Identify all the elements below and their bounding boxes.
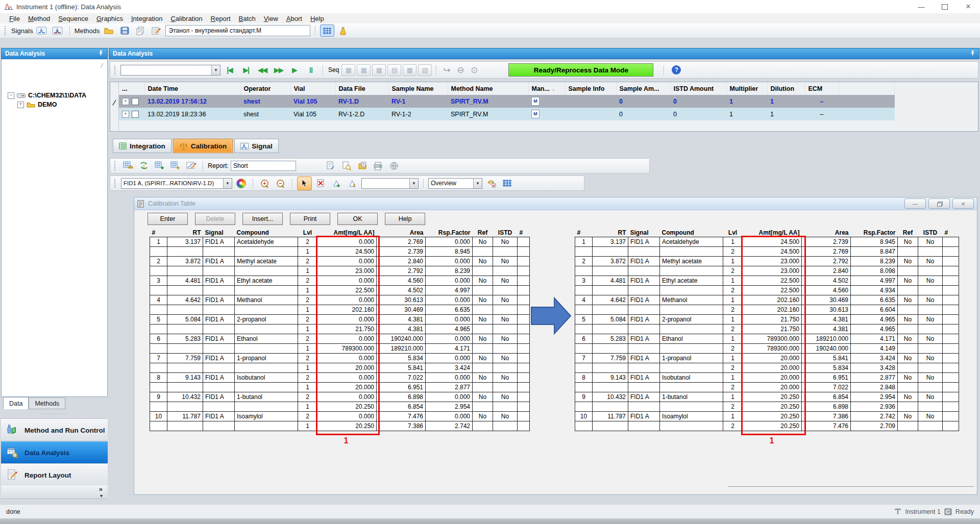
cal-cell[interactable] [898,325,918,334]
cal-cell[interactable]: 30.613 [377,295,426,305]
cal-cell[interactable]: No [493,295,518,305]
cal-cell[interactable] [943,286,959,295]
cal-cell[interactable]: No [918,412,943,421]
cal-cell[interactable] [493,286,518,295]
cal-cell[interactable]: No [493,237,518,247]
cal-cell[interactable] [575,325,593,334]
cal-cell[interactable] [943,237,959,247]
sample-col-header[interactable]: Multiplier [726,82,767,95]
cal-cell[interactable]: 7.386 [802,412,851,421]
cal-cell[interactable]: 0.000 [426,237,473,247]
cal-cell[interactable]: 1 [298,266,317,276]
cal-cell[interactable]: 10.432 [593,392,628,402]
cal-cell[interactable]: 24.500 [743,247,802,257]
cal-cell[interactable]: 8 [150,373,167,383]
tab-signal[interactable]: Signal [234,139,279,153]
minimize-button[interactable]: — [904,198,926,209]
cal-cell[interactable]: No [473,315,493,325]
tab-data[interactable]: Data [3,397,29,409]
cal-cell[interactable]: 4.381 [377,325,426,334]
chevron-down-icon[interactable]: ▼ [211,65,220,75]
cal-cell[interactable] [660,325,723,334]
enter-button[interactable]: Enter [148,213,188,225]
sample-col-header[interactable]: Method Name [448,82,528,95]
cal-cell[interactable]: 3.424 [426,363,473,373]
cal-cell[interactable]: 5.834 [802,363,851,373]
cal-cell[interactable]: 1 [298,286,317,295]
cal-cell[interactable] [575,266,593,276]
cal-cell[interactable] [203,266,235,276]
cal-cell[interactable]: 22.500 [743,276,802,286]
restore-button[interactable] [928,198,950,209]
row-checkbox[interactable] [132,111,139,118]
cal-cell[interactable]: 20.000 [317,363,377,373]
cal-cell[interactable]: 2.739 [802,237,851,247]
cal-cell[interactable] [167,363,203,373]
cal-cell[interactable]: 8.239 [851,257,898,266]
pause-circle-icon[interactable]: ⊙ [468,65,480,76]
cal-cell[interactable]: 0.000 [426,373,473,383]
cal-cell[interactable]: 21.750 [743,325,802,334]
report-preview-icon[interactable] [324,160,337,172]
cal-cell[interactable]: 4.965 [851,315,898,325]
cal-cell[interactable] [575,402,593,412]
cal-cell[interactable] [518,421,530,431]
cal-cell[interactable] [593,383,628,392]
cal-cell[interactable]: 3.137 [593,237,628,247]
cal-cell[interactable]: 20.250 [743,392,802,402]
cal-cell[interactable] [493,325,518,334]
cal-cell[interactable]: 0.000 [426,257,473,266]
cal-cell[interactable]: 2.936 [851,402,898,412]
menu-item-method[interactable]: Method [24,14,54,23]
cal-cell[interactable]: Ethanol [235,334,298,344]
cal-cell[interactable] [898,247,918,257]
cal-cell[interactable]: 1 [723,276,743,286]
cal-cell[interactable] [593,402,628,412]
compound-dropdown[interactable]: ▼ [361,178,419,189]
cal-cell[interactable]: 2.954 [851,392,898,402]
cal-cell[interactable]: FID1 A [628,354,660,363]
sample-col-header[interactable]: Sample Name [388,82,448,95]
copy-method-icon[interactable] [134,25,148,37]
curve-view-dropdown[interactable]: Overview▼ [428,178,482,189]
sample-col-header[interactable]: Sample Info [565,82,616,95]
cal-cell[interactable] [575,363,593,373]
cal-cell[interactable] [473,247,493,257]
stop-icon[interactable]: ⊖ [454,65,467,76]
cal-cell[interactable] [943,276,959,286]
cal-cell[interactable]: 4.171 [426,344,473,354]
cal-cell[interactable]: Acetaldehyde [235,237,298,247]
cal-cell[interactable]: 2.769 [377,237,426,247]
cal-cell[interactable]: Isobutanol [235,373,298,383]
cal-cell[interactable] [518,402,530,412]
cal-cell[interactable]: No [493,412,518,421]
cal-cell[interactable]: 6.635 [426,305,473,315]
cal-cell[interactable]: 2 [723,325,743,334]
cal-cell[interactable]: 0.000 [317,295,377,305]
cal-cell[interactable]: No [493,392,518,402]
cal-cell[interactable] [235,266,298,276]
cal-cell[interactable]: No [918,354,943,363]
cal-cell[interactable] [575,421,593,431]
cal-cell[interactable] [943,383,959,392]
table-view-icon[interactable] [320,24,334,37]
cal-cell[interactable] [203,402,235,412]
cal-cell[interactable] [575,286,593,295]
cal-cell[interactable]: 5.084 [593,315,628,325]
cal-cell[interactable]: No [898,315,918,325]
cal-cell[interactable] [167,402,203,412]
cal-cell[interactable]: 2 [298,276,317,286]
cal-cell[interactable]: No [473,373,493,383]
cal-cell[interactable]: 5.841 [802,354,851,363]
cal-cell[interactable] [660,286,723,295]
cal-cell[interactable] [898,286,918,295]
cal-cell[interactable] [518,325,530,334]
cal-cell[interactable]: FID1 A [203,295,235,305]
cal-cell[interactable]: Ethyl acetate [235,276,298,286]
cal-cell[interactable] [493,402,518,412]
cal-cell[interactable]: 23.000 [743,257,802,266]
cal-cell[interactable]: No [493,334,518,344]
cal-cell[interactable]: No [473,295,493,305]
delete-peak-icon[interactable] [314,177,328,190]
cal-cell[interactable]: 2.742 [426,421,473,431]
